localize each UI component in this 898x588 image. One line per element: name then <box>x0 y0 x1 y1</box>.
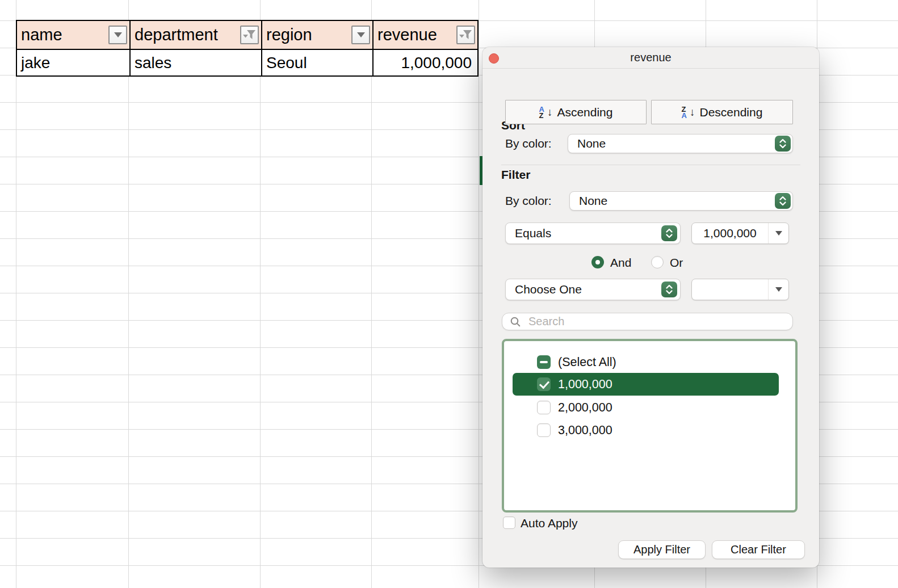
section-divider <box>501 165 800 165</box>
header-label: revenue <box>377 26 437 44</box>
filter-by-color-value: None <box>579 194 607 208</box>
list-item-label: 3,000,000 <box>558 423 612 438</box>
dialog-title: revenue <box>482 51 819 64</box>
list-item[interactable]: 2,000,000 <box>504 397 795 418</box>
cell-department[interactable]: sales <box>129 50 261 75</box>
header-cell-region[interactable]: region <box>261 21 372 49</box>
excel-table: name department region revenue <box>16 20 479 77</box>
gridline-vertical <box>16 0 16 588</box>
cell-region[interactable]: Seoul <box>261 50 372 75</box>
filter-by-color-label: By color: <box>505 191 552 211</box>
and-radio-label: And <box>610 256 631 268</box>
list-item-select-all[interactable]: (Select All) <box>504 351 795 373</box>
or-radio-label: Or <box>670 256 683 268</box>
filter-condition-value: Equals <box>515 226 551 240</box>
header-label: department <box>135 26 218 44</box>
cell-revenue[interactable]: 1,000,000 <box>372 50 477 75</box>
filter-dropdown-button[interactable] <box>456 26 475 44</box>
sort-ascending-label: Ascending <box>557 106 612 119</box>
filter-section-heading: Filter <box>501 168 530 182</box>
checkbox-checked[interactable] <box>537 377 551 391</box>
clear-filter-button[interactable]: Clear Filter <box>712 540 805 559</box>
gridline-vertical <box>371 0 372 588</box>
filter-values-list: (Select All) 1,000,000 2,000,000 3,000,0… <box>502 339 798 513</box>
filter-funnel-icon <box>459 30 472 40</box>
filter-value-combo[interactable]: 1,000,000 <box>691 222 789 244</box>
sort-descending-label: Descending <box>699 106 762 119</box>
filter-value2-combo[interactable] <box>691 279 789 300</box>
gridline-vertical <box>479 0 479 588</box>
dropdown-arrow-icon <box>775 231 782 236</box>
sort-by-color-dropdown[interactable]: None <box>568 134 793 153</box>
dialog-titlebar[interactable]: revenue <box>482 47 819 69</box>
filter-by-color-dropdown[interactable]: None <box>569 191 793 211</box>
or-radio[interactable] <box>651 256 664 268</box>
gridline-vertical <box>260 0 261 588</box>
stepper-icon <box>661 282 677 297</box>
stepper-icon <box>775 136 791 152</box>
header-label: region <box>266 26 312 44</box>
header-cell-department[interactable]: department <box>129 21 261 49</box>
filter-dropdown-button[interactable] <box>240 26 259 44</box>
search-icon <box>510 317 521 327</box>
dropdown-arrow-icon <box>114 32 122 37</box>
sort-az-icon: AZ <box>539 106 544 119</box>
filter-condition2-value: Choose One <box>515 283 582 296</box>
checkbox-unchecked[interactable] <box>537 401 551 414</box>
combo-dropdown-button[interactable] <box>768 223 788 243</box>
and-radio[interactable] <box>591 256 604 268</box>
filter-value-input[interactable]: 1,000,000 <box>692 223 768 243</box>
list-item[interactable]: 3,000,000 <box>504 419 795 441</box>
list-item-label: (Select All) <box>558 355 616 369</box>
table-data-row: jake sales Seoul 1,000,000 <box>17 49 477 75</box>
list-item-label: 2,000,000 <box>558 401 612 415</box>
filter-condition-dropdown[interactable]: Equals <box>505 222 681 244</box>
selected-row-highlight <box>513 373 779 396</box>
filter-dropdown-button[interactable] <box>108 26 127 44</box>
list-item-label: 1,000,000 <box>558 377 612 392</box>
sort-ascending-button[interactable]: AZ ↓ Ascending <box>505 100 647 124</box>
filter-dropdown-button[interactable] <box>351 26 370 44</box>
filter-value2-input[interactable] <box>692 279 768 300</box>
dropdown-arrow-icon <box>775 287 782 292</box>
down-arrow-icon: ↓ <box>690 106 695 119</box>
sort-descending-button[interactable]: ZA ↓ Descending <box>651 100 793 124</box>
dropdown-arrow-icon <box>357 32 365 37</box>
search-input[interactable] <box>527 314 792 329</box>
auto-apply-checkbox[interactable] <box>503 516 515 529</box>
auto-apply-label: Auto Apply <box>521 516 577 529</box>
filter-condition2-dropdown[interactable]: Choose One <box>505 279 681 300</box>
header-cell-name[interactable]: name <box>17 21 129 49</box>
sort-za-icon: ZA <box>682 106 687 119</box>
down-arrow-icon: ↓ <box>547 106 553 119</box>
table-header-row: name department region revenue <box>17 21 477 49</box>
stepper-icon <box>775 193 791 209</box>
list-item-selected[interactable]: 1,000,000 <box>504 373 795 396</box>
stepper-icon <box>661 225 677 241</box>
search-field[interactable] <box>502 313 793 330</box>
filter-funnel-icon <box>243 30 256 40</box>
gridline-vertical <box>128 0 129 588</box>
apply-filter-button[interactable]: Apply Filter <box>618 540 706 559</box>
header-cell-revenue[interactable]: revenue <box>372 21 477 49</box>
cell-name[interactable]: jake <box>17 50 129 75</box>
header-label: name <box>21 26 62 44</box>
filter-dialog: revenue Sort AZ ↓ Ascending ZA ↓ Descend… <box>482 47 819 568</box>
sort-by-color-value: None <box>577 137 606 150</box>
combo-dropdown-button[interactable] <box>768 279 788 300</box>
sort-by-color-label: By color: <box>505 134 552 153</box>
select-all-checkbox-indeterminate[interactable] <box>537 355 551 369</box>
checkbox-unchecked[interactable] <box>537 423 551 437</box>
